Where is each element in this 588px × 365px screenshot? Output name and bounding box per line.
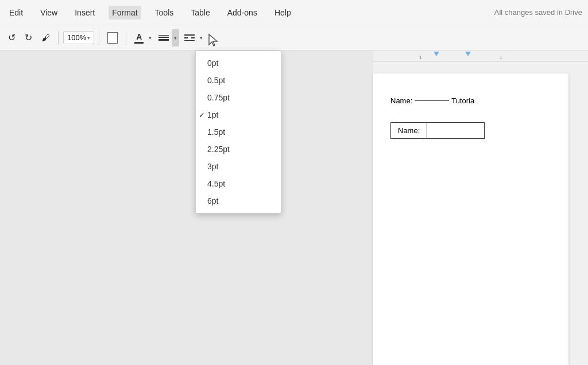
redo-button[interactable]: ↻ (21, 30, 36, 45)
border-weight-line-medium (158, 37, 169, 38)
menu-bar: Edit View Insert Format Tools Table Add-… (0, 0, 588, 25)
left-panel (0, 51, 373, 365)
bs-line-2 (184, 37, 195, 38)
underline-color-dropdown-btn[interactable]: ▾ (147, 33, 153, 43)
ruler-mark-2: 1 (500, 55, 502, 60)
border-weight-group: ▾ (156, 29, 179, 46)
border-weight-button[interactable] (156, 33, 172, 43)
zoom-caret: ▾ (87, 35, 90, 41)
menu-insert[interactable]: Insert (71, 6, 98, 20)
menu-help[interactable]: Help (271, 6, 295, 20)
dropdown-item-label: 2.25pt (207, 145, 230, 154)
dropdown-item-label: 0.5pt (207, 76, 225, 85)
menu-tools[interactable]: Tools (152, 6, 177, 20)
underline-color-group: A ▾ (131, 31, 153, 45)
menu-view[interactable]: View (37, 6, 61, 20)
border-weight-dropdown: 0pt0.5pt0.75pt✓1pt1.5pt2.25pt3pt4.5pt6pt (195, 51, 281, 213)
dropdown-item-label: 3pt (207, 162, 218, 171)
border-weight-dropdown-btn[interactable]: ▾ (172, 29, 179, 46)
document-table: Name: (390, 122, 485, 139)
document-area: Name: Tutoria Name: (373, 62, 568, 365)
paint-format-button[interactable]: 🖌 (38, 30, 53, 45)
name-line: Name: Tutoria (390, 96, 551, 105)
undo-button[interactable]: ↺ (5, 30, 19, 45)
underline-letter-icon: A (136, 32, 142, 41)
dropdown-item-45pt[interactable]: 4.5pt (196, 175, 281, 192)
menu-addons[interactable]: Add-ons (224, 6, 261, 20)
border-weight-line-thick (158, 39, 169, 41)
right-panel: 1 1 Name: Tutoria Na (373, 51, 588, 365)
underline-color-button[interactable]: A (131, 31, 147, 45)
border-weight-caret-icon: ▾ (174, 35, 177, 41)
dropdown-item-label: 6pt (207, 196, 218, 205)
dropdown-item-label: 1.5pt (207, 127, 225, 137)
zoom-value: 100% (67, 33, 86, 42)
tutorial-label: Tutoria (451, 96, 474, 105)
underline-color-bar (134, 42, 144, 44)
ruler: 1 1 (373, 51, 588, 62)
toolbar: ↺ ↻ 🖌 100% ▾ A ▾ ▾ (0, 25, 588, 51)
dropdown-item-label: 1pt (207, 110, 218, 119)
paint-format-icon: 🖌 (41, 33, 50, 42)
dropdown-item-05pt[interactable]: 0.5pt (196, 72, 281, 89)
doc-icon (107, 32, 118, 44)
separator-1 (58, 31, 59, 45)
table-cell-value (427, 123, 485, 139)
ruler-marker-right (465, 52, 471, 56)
bs-line-3 (184, 40, 195, 41)
menu-edit[interactable]: Edit (6, 6, 26, 20)
border-style-lines-icon (184, 34, 195, 41)
menu-format[interactable]: Format (109, 6, 141, 20)
ruler-content: 1 1 (373, 51, 588, 61)
border-style-group: ▾ (181, 32, 205, 43)
border-style-dropdown-btn[interactable]: ▾ (198, 33, 205, 43)
redo-icon: ↻ (25, 32, 32, 43)
underline-caret-icon: ▾ (149, 35, 152, 41)
undo-icon: ↺ (8, 32, 16, 43)
separator-2 (99, 31, 99, 45)
dropdown-item-1pt[interactable]: ✓1pt (196, 106, 281, 123)
border-style-caret-icon: ▾ (200, 35, 203, 41)
separator-3 (126, 31, 126, 45)
dropdown-item-0pt[interactable]: 0pt (196, 55, 281, 72)
document-page: Name: Tutoria Name: (373, 73, 568, 365)
dropdown-item-3pt[interactable]: 3pt (196, 158, 281, 175)
dropdown-item-225pt[interactable]: 2.25pt (196, 141, 281, 158)
table-row: Name: (391, 123, 485, 139)
dropdown-item-label: 0.75pt (207, 93, 230, 102)
name-underline (415, 100, 449, 101)
zoom-selector[interactable]: 100% ▾ (63, 31, 94, 44)
document-icon-button[interactable] (104, 30, 121, 46)
table-cell-name: Name: (391, 123, 427, 139)
dropdown-item-15pt[interactable]: 1.5pt (196, 123, 281, 141)
ruler-mark-1: 1 (419, 55, 422, 60)
name-label: Name: (390, 96, 412, 105)
menu-table[interactable]: Table (187, 6, 213, 20)
check-mark-icon: ✓ (199, 111, 205, 119)
dropdown-item-6pt[interactable]: 6pt (196, 192, 281, 209)
dropdown-item-label: 0pt (207, 59, 218, 68)
border-style-button[interactable] (181, 32, 198, 43)
save-status: All changes saved in Drive (494, 8, 582, 17)
content-area: 1 1 Name: Tutoria Na (0, 51, 588, 365)
border-weight-line-thin (158, 35, 169, 36)
dropdown-item-label: 4.5pt (207, 179, 225, 188)
dropdown-item-075pt[interactable]: 0.75pt (196, 89, 281, 106)
ruler-marker-left (434, 52, 439, 56)
bs-line-1 (184, 34, 195, 36)
